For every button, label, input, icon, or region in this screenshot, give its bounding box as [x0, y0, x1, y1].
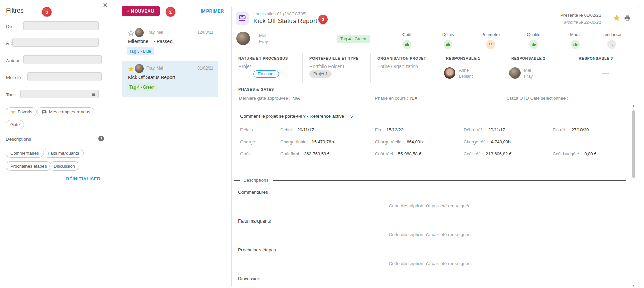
indicator-perimetre: Périmètre [472, 32, 509, 49]
help-icon[interactable]: ? [98, 136, 104, 141]
star-filled-icon[interactable] [128, 65, 135, 72]
metric-key: Coût final : [280, 151, 301, 156]
author-first-name: Mel [259, 33, 266, 38]
metric-cell: Coût réf. :213 606,82 € [464, 151, 512, 156]
chip-discussion-label: Discussion [54, 164, 75, 169]
info-cell-portefeuille: PORTEFEUILLE ET TYPE Portfolio Folder 6 … [302, 53, 370, 83]
divider [236, 197, 626, 197]
menu-icon[interactable]: ≡ [92, 91, 96, 97]
info-header: RESPONSABLE 1 [446, 56, 480, 60]
metric-value: 15 470,76h [312, 139, 334, 145]
new-report-button[interactable]: + NOUVEAU [122, 6, 160, 16]
chip-gate[interactable]: Gate [6, 120, 24, 129]
thumb-up-icon [529, 40, 538, 49]
chip-faits-marquants-label: Faits marquants [48, 151, 79, 156]
metric-cell: Charge finale :15 470,76h [280, 139, 334, 145]
metric-value: 27/10/20 [572, 127, 589, 132]
metric-cell: Charge réf. :4 748,00h [464, 139, 511, 145]
report-detail-card: Localization 01 (JA8CGZ05) Kick Off Stat… [231, 6, 639, 287]
indicator-tendance: Tendance → [593, 32, 630, 49]
metric-cell: Fin réf. :27/10/20 [553, 127, 589, 132]
metric-value: 213 606,82 € [486, 151, 512, 156]
info-cell-responsable-1: RESPONSABLE 1 Anne Leblanc [439, 53, 504, 83]
scroll-up-icon[interactable]: ▲ [632, 104, 636, 107]
chip-gate-label: Gate [10, 122, 20, 127]
thumb-up-icon [402, 40, 411, 49]
filter-input-a[interactable] [12, 38, 99, 47]
menu-icon[interactable]: ≡ [95, 57, 99, 63]
status-pill-en-cours: En cours [253, 70, 279, 78]
archive-icon [238, 15, 246, 22]
person-icon [41, 109, 47, 115]
phases-gates-header: PHASES & GATES [238, 87, 274, 91]
empty-dash [602, 73, 609, 74]
report-list-item[interactable]: Fray, Mel 01/02/21 Kick Off Status Repor… [122, 61, 218, 97]
filter-input-de[interactable] [23, 21, 99, 30]
chip-discussion[interactable]: Discussion [49, 161, 79, 171]
info-value: Projet [238, 64, 251, 69]
reset-filters-link[interactable]: RÉINITIALISER [66, 176, 101, 181]
chip-commentaires[interactable]: Commentaires [6, 149, 43, 158]
avatar [135, 28, 144, 37]
info-header: RESPONSABLE 2 [511, 56, 545, 60]
star-outline-icon[interactable] [128, 30, 135, 36]
scrollbar-thumb[interactable] [632, 110, 635, 178]
metric-cell: Coût final :362 769,59 € [280, 151, 330, 156]
annotation-badge-3: 3 [42, 7, 52, 17]
chip-favoris[interactable]: Favoris [6, 107, 37, 116]
descriptions-divider-label: Descriptions [243, 178, 268, 183]
menu-icon[interactable]: ≡ [95, 74, 99, 80]
info-value: Portfolio Folder 6 [309, 64, 346, 69]
chip-prochaines-etapes[interactable]: Prochaines étapes [6, 161, 51, 171]
printer-icon[interactable] [624, 15, 631, 21]
metric-value: 664,00h [407, 139, 423, 145]
metric-row-label-charge: Charge [240, 139, 255, 145]
description-section-title: Discussion [238, 276, 260, 281]
filter-input-motcle[interactable] [27, 72, 102, 81]
tag-chip: Tag 3 - Blue [127, 47, 154, 55]
info-header: ORGANISATION PROJET [377, 56, 426, 60]
tag-chip: Tag 4 - Green [127, 83, 157, 91]
metric-key: Coût réf. : [464, 151, 483, 156]
indicator-label: Périmètre [472, 32, 509, 37]
warning-icon [486, 40, 495, 49]
metric-value: 55 988,58 € [398, 151, 422, 156]
metric-key: Début réf. : [464, 127, 485, 132]
filters-title: Filtres [6, 7, 24, 14]
filter-label-auteur: Auteur : [6, 58, 22, 63]
more-menu-icon[interactable]: ⋮ [635, 14, 639, 20]
info-header: NATURE ET PROCESSUS [238, 56, 288, 60]
report-list-item[interactable]: Fray, Mel 12/03/21 Milestone 1 - Passed … [122, 25, 218, 61]
metric-cell: Début réf. :20/11/17 [464, 127, 505, 132]
divider-dash [234, 180, 240, 181]
divider [236, 284, 626, 284]
metric-value: 20/11/17 [488, 127, 505, 132]
print-button[interactable]: IMPRIMER [201, 8, 224, 14]
metric-cell: Charge réelle :664,00h [375, 139, 423, 145]
metric-key: Coût réel : [375, 151, 395, 156]
filter-input-tag[interactable] [20, 90, 99, 98]
filter-input-auteur[interactable] [23, 55, 102, 64]
favorite-star-icon[interactable] [613, 14, 621, 22]
health-question-text: Comment le projet se porte-t-il ? - Réfé… [240, 114, 347, 119]
metric-cell: Fin :15/12/22 [375, 127, 404, 132]
filters-panel: Filtres 3 ✕ De : À : Auteur : ≡ Mot clé … [0, 0, 112, 288]
avatar [236, 32, 250, 45]
close-icon[interactable]: ✕ [103, 1, 108, 9]
description-section-title: Prochaines étapes [238, 247, 276, 252]
scrollbar[interactable]: ▲ ▼ [632, 104, 636, 287]
active-reference-value: 5 [350, 114, 353, 119]
chip-mes-comptes-rendus[interactable]: Mes comptes-rendus [37, 107, 94, 116]
metric-key: Charge réelle : [375, 139, 404, 145]
annotation-badge-2: 2 [318, 15, 328, 24]
indicator-label: Délais [429, 32, 467, 37]
indicator-cout: Coût [388, 32, 426, 49]
chip-faits-marquants[interactable]: Faits marquants [43, 149, 84, 158]
indicator-label: Tendance [593, 32, 630, 37]
info-header: PORTEFEUILLE ET TYPE [309, 56, 359, 60]
annotation-badge-1: 1 [166, 7, 175, 17]
indicator-qualite: Qualité [515, 32, 552, 49]
metric-value: 4 748,00h [491, 139, 511, 145]
metric-key: Fin : [375, 127, 383, 132]
scroll-down-icon[interactable]: ▼ [632, 284, 636, 287]
